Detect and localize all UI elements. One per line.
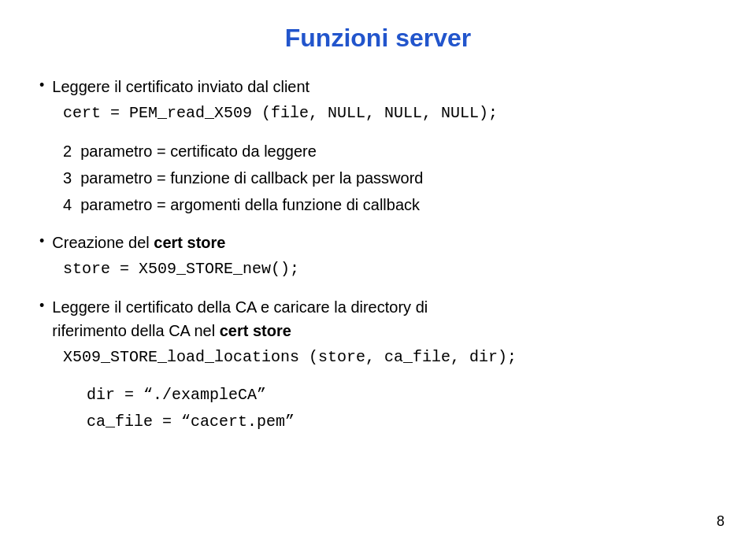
dir-line: dir = “./exampleCA” [87,383,717,407]
page-title: Funzioni server [39,24,717,53]
param-3-line: 3 parametro = funzione di callback per l… [63,166,717,190]
x509-load-locations-line: X509_STORE_load_locations (store, ca_fil… [63,346,717,369]
content-area: • Leggere il certificato inviato dal cli… [39,75,717,434]
section-cert-store: • Creazione del cert store [39,231,717,254]
section-leggere-ca: • Leggere il certificato della CA e cari… [39,295,717,342]
bullet-icon-1: • [39,75,44,96]
page-number: 8 [717,513,724,530]
pem-read-line: cert = PEM_read_X509 (file, NULL, NULL, … [63,102,717,125]
bullet-icon-2: • [39,231,44,252]
x509-store-new-line: store = X509_STORE_new(); [63,257,717,281]
cert-store-bold-2: cert store [220,322,291,339]
bullet-icon-3: • [39,295,44,316]
ca-file-line: ca_file = “cacert.pem” [87,410,717,434]
param-4-line: 4 parametro = argomenti della funzione d… [63,193,717,216]
param-2-line: 2 parametro = certificato da leggere [63,139,717,163]
page-container: Funzioni server • Leggere il certificato… [0,0,756,544]
read-cert-text: Leggere il certificato inviato dal clien… [52,75,309,98]
section-read-cert: • Leggere il certificato inviato dal cli… [39,75,717,98]
creazione-text: Creazione del cert store [52,231,225,254]
leggere-ca-text: Leggere il certificato della CA e carica… [52,295,428,342]
cert-store-bold-1: cert store [154,234,225,251]
